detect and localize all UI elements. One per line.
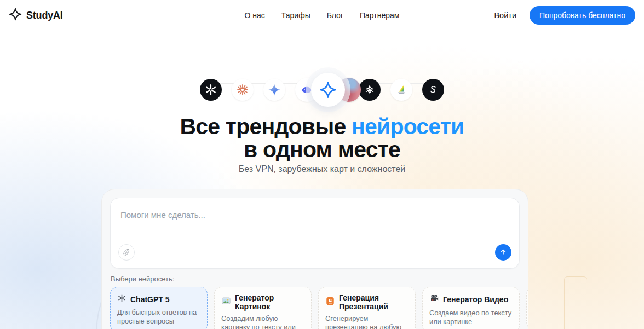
card-description: Сгенерируем презентацию на любую тему за… xyxy=(325,314,409,329)
login-link[interactable]: Войти xyxy=(494,11,516,20)
model-card-partial[interactable] xyxy=(526,287,528,329)
model-cards-row: ChatGPT 5 Для быстрых ответов на простые… xyxy=(110,287,520,329)
card-head: Генерация Презентаций xyxy=(325,293,409,311)
hero-title: Все трендовые нейросети в одном месте xyxy=(0,115,644,161)
paperclip-icon xyxy=(123,248,130,257)
model-card-video-generator[interactable]: Генератор Видео Создаем видео по тексту … xyxy=(422,287,520,329)
nav-link-about[interactable]: О нас xyxy=(245,11,265,20)
hero-title-line2: в одном месте xyxy=(0,138,644,161)
hero-title-highlight: нейросети xyxy=(352,114,464,139)
model-selector-label: Выбери нейросеть: xyxy=(110,275,520,283)
card-title: Генератор Видео xyxy=(443,295,508,304)
hero-title-prefix: Все трендовые xyxy=(180,114,352,139)
main-nav: О нас Тарифы Блог Партнёрам xyxy=(245,11,400,20)
arrow-up-icon xyxy=(499,248,507,257)
gemini-icon xyxy=(263,79,285,101)
prompt-input[interactable] xyxy=(111,198,519,268)
presentation-icon xyxy=(325,296,335,308)
model-card-chatgpt[interactable]: ChatGPT 5 Для быстрых ответов на простые… xyxy=(110,287,208,329)
nav-link-pricing[interactable]: Тарифы xyxy=(281,11,311,20)
brand-logo[interactable]: StudyAI xyxy=(9,8,63,23)
hero-subtitle: Без VPN, зарубежных карт и сложностей xyxy=(0,164,644,174)
card-head: ChatGPT 5 xyxy=(117,293,200,305)
nav-link-blog[interactable]: Блог xyxy=(327,11,343,20)
attach-file-button[interactable] xyxy=(118,244,135,261)
video-generator-icon xyxy=(429,293,439,305)
prompt-panel: Выбери нейросеть: ChatGPT 5 Для быстрых … xyxy=(101,189,528,329)
studyai-icon xyxy=(311,73,345,107)
ai-logos-strip xyxy=(200,73,444,107)
geometric-star-icon xyxy=(359,79,381,101)
header-actions: Войти Попробовать бесплатно xyxy=(494,6,635,25)
try-free-button[interactable]: Попробовать бесплатно xyxy=(530,6,635,25)
card-description: Создадим любую картинку по тексту или об… xyxy=(221,314,304,329)
sailboat-icon xyxy=(390,79,412,101)
decorative-rectangle xyxy=(564,276,587,329)
model-card-image-generator[interactable]: Генератор Картинок Создадим любую картин… xyxy=(214,287,312,329)
model-card-presentations[interactable]: Генерация Презентаций Сгенерируем презен… xyxy=(318,287,416,329)
card-head: Генератор Картинок xyxy=(221,293,304,311)
openai-icon xyxy=(200,79,222,101)
card-title: Генератор Картинок xyxy=(235,293,304,311)
brand-name: StudyAI xyxy=(26,10,63,21)
swirl-icon xyxy=(422,79,444,101)
send-button[interactable] xyxy=(495,244,511,261)
image-generator-icon xyxy=(221,296,231,308)
header: StudyAI О нас Тарифы Блог Партнёрам Войт… xyxy=(0,0,644,31)
card-description: Создаем видео по тексту или картинке xyxy=(429,309,513,326)
card-title: Генерация Презентаций xyxy=(339,293,409,311)
prompt-composer xyxy=(110,198,520,269)
chatgpt-icon xyxy=(117,293,127,305)
card-title: ChatGPT 5 xyxy=(130,295,170,304)
card-description: Для быстрых ответов на простые вопросы xyxy=(117,308,200,325)
sparkle-logo-icon xyxy=(9,8,22,23)
claude-icon xyxy=(232,79,254,101)
nav-link-partners[interactable]: Партнёрам xyxy=(360,11,399,20)
card-head: Генератор Видео xyxy=(429,293,513,305)
